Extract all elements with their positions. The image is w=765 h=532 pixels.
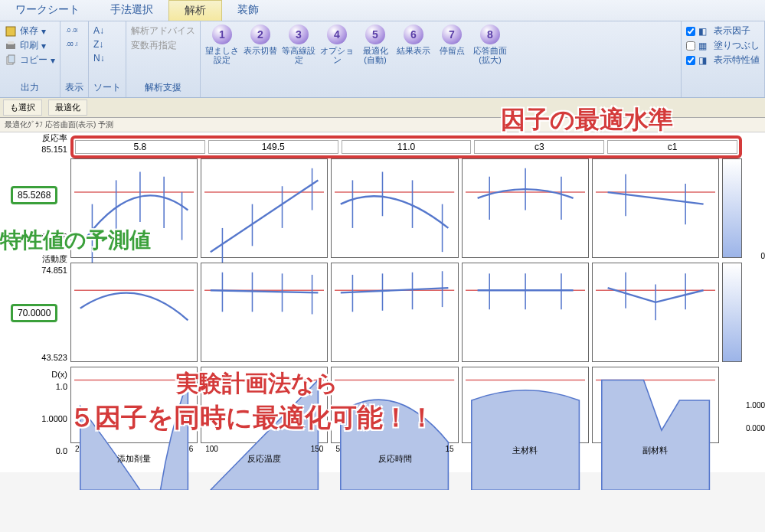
sort-asc-icon: A↓ [93, 24, 106, 37]
group-sort: A↓ Z↓ N↓ ソート [89, 21, 126, 97]
panel-r2-c1 [70, 263, 198, 362]
sort-asc-button[interactable]: A↓ [93, 24, 121, 37]
colorbar-r2 [722, 263, 742, 362]
decimal-icon: .0 .00 [65, 24, 77, 37]
group-support-label: 解析支援 [131, 80, 195, 94]
save-button[interactable]: 保存 ▾ [5, 24, 55, 38]
svg-rect-2 [8, 41, 14, 44]
annot-doe1: 実験計画法なら [176, 368, 338, 400]
panel-r2-c3 [331, 263, 458, 362]
panel-r1-c2 [201, 158, 328, 258]
tab-worksheet[interactable]: ワークシート [0, 0, 95, 21]
head-2: 149.5 [208, 140, 338, 154]
optimal-header: 5.8 149.5 11.0 c3 c1 [70, 135, 742, 158]
svg-rect-1 [6, 44, 15, 49]
step-7[interactable]: 7停留点 [435, 24, 469, 64]
tab-analysis[interactable]: 解析 [168, 0, 222, 21]
subtab-2[interactable]: 最適化 [48, 100, 87, 116]
annot-doe2: ５因子を同時に最適化可能！！ [69, 400, 435, 436]
chk-factor[interactable]: ◧表示因子 [686, 24, 760, 38]
factor-icon: ◧ [698, 25, 711, 38]
group-output-label: 出力 [5, 80, 55, 94]
decimal-button[interactable]: .0 .00 [65, 24, 83, 37]
row1-pred: 85.5268 [11, 186, 57, 204]
row2-lo: 43.523 [31, 353, 67, 362]
row2-pred: 70.0000 [11, 304, 57, 322]
svg-rect-4 [8, 55, 15, 63]
svg-text:.0 .00: .0 .00 [66, 28, 77, 33]
row3-hi: 1.0 [31, 382, 67, 391]
legend-r3: 0 1 1.000 0.000 [722, 367, 742, 443]
chk-fill[interactable]: ▦塗りつぶし [686, 39, 760, 52]
head-3: 11.0 [342, 140, 472, 154]
head-4: c3 [474, 140, 604, 154]
annot-optimal: 因子の最適水準 [501, 103, 673, 137]
save-icon [5, 25, 17, 38]
xaxis-2: 100150反応温度 [201, 445, 328, 465]
xaxis-1: 26添加剤量 [70, 445, 198, 465]
printer-icon [5, 40, 17, 52]
step-2[interactable]: 2表示切替 [244, 24, 277, 64]
svg-rect-0 [6, 27, 15, 36]
group-steps: 1望ましさ設定 2表示切替 3等高線設定 4オプション 5最適化(自動) 6結果… [201, 21, 682, 97]
row3-mid: 1.0000 [23, 414, 67, 423]
xaxis-5: 副材料 [592, 445, 719, 465]
chart-area: 因子の最適水準 反応率 85.151 85.5268 61.866 5.8 14… [0, 132, 765, 472]
step-6[interactable]: 6結果表示 [397, 24, 430, 64]
panel-r3-c4 [462, 367, 589, 443]
group-right: ◧表示因子 ▦塗りつぶし ◨表示特性値 [682, 21, 765, 97]
charval-icon: ◨ [698, 54, 711, 67]
head-1: 5.8 [75, 140, 205, 154]
tab-method[interactable]: 手法選択 [95, 0, 168, 21]
colorbar-r1 [722, 158, 742, 258]
copy-button[interactable]: コピー ▾ [5, 54, 55, 67]
decimal2-button[interactable]: .00 .0 [65, 38, 83, 51]
sort-desc-button[interactable]: Z↓ [93, 38, 121, 51]
step-4[interactable]: 4オプション [320, 24, 354, 64]
ribbon-tabs: ワークシート 手法選択 解析 装飾 [0, 0, 765, 21]
panel-r3-c5 [592, 367, 719, 443]
step-1[interactable]: 1望ましさ設定 [205, 24, 239, 64]
step-5[interactable]: 5最適化(自動) [358, 24, 392, 64]
xaxis-3: 515反応時間 [331, 445, 458, 465]
sort-desc-icon: Z↓ [93, 38, 106, 51]
panel-r2-c5 [592, 263, 719, 362]
step-3[interactable]: 3等高線設定 [282, 24, 315, 64]
group-support: 解析アドバイス 変数再指定 解析支援 [126, 21, 201, 97]
fill-icon: ▦ [698, 40, 711, 52]
row1-label: 反応率 [31, 132, 67, 144]
panel-r1-c4 [462, 158, 589, 258]
panel-r2-c2 [201, 263, 328, 362]
respec-button[interactable]: 変数再指定 [131, 39, 195, 52]
tab-decor[interactable]: 装飾 [222, 0, 274, 21]
group-sort-label: ソート [93, 80, 121, 94]
sort-num-icon: N↓ [93, 52, 106, 64]
panel-r1-c3 [331, 158, 458, 258]
row1-hi: 85.151 [31, 145, 67, 154]
decimal2-icon: .00 .0 [65, 38, 77, 51]
group-output: 保存 ▾ 印刷 ▾ コピー ▾ 出力 [0, 21, 60, 97]
panel-r1-c5 [592, 158, 719, 258]
advice-button[interactable]: 解析アドバイス [131, 24, 195, 38]
row3-label: D(x) [31, 370, 67, 379]
copy-icon [5, 54, 17, 67]
row3-lo: 0.0 [31, 446, 67, 455]
group-display: .0 .00 .00 .0 表示 [60, 21, 89, 97]
subtab-1[interactable]: も選択 [3, 100, 42, 116]
ribbon-body: 保存 ▾ 印刷 ▾ コピー ▾ 出力 .0 .00 .00 .0 表示 A↓ Z… [0, 21, 765, 98]
sort-num-button[interactable]: N↓ [93, 52, 121, 64]
chk-charval[interactable]: ◨表示特性値 [686, 54, 760, 67]
group-display-label: 表示 [65, 80, 83, 94]
annot-pred: 特性値の予測値 [0, 226, 151, 255]
panel-r2-c4 [462, 263, 589, 362]
step-8[interactable]: 8応答曲面(拡大) [473, 24, 507, 64]
xaxis-4: 主材料 [462, 445, 589, 465]
row2-hi: 74.851 [31, 266, 67, 275]
row2-label: 活動度 [31, 253, 67, 265]
svg-text:.00 .0: .00 .0 [66, 41, 77, 47]
print-button[interactable]: 印刷 ▾ [5, 39, 55, 52]
head-5: c1 [607, 140, 737, 154]
